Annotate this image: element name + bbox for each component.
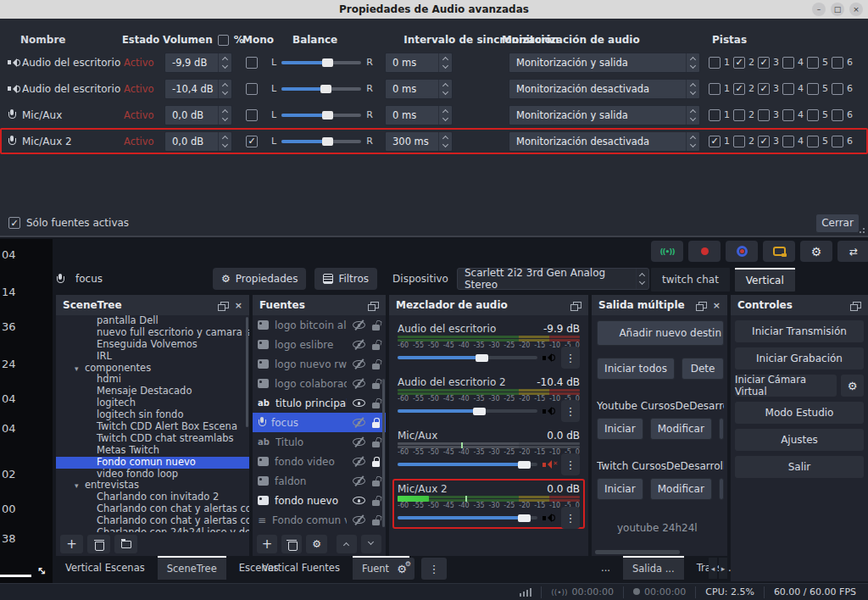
scene-item[interactable]: Twitch CDD Alert Box Escena [56,421,249,433]
virtualcam-start-button[interactable]: Iniciar Cámara Virtual [735,375,837,397]
close-icon[interactable]: × [235,301,242,310]
track-checkbox[interactable] [807,57,819,69]
hidden-eye-icon[interactable] [353,341,365,348]
track-checkbox[interactable]: ✓ [709,136,721,147]
close-icon[interactable]: × [713,301,721,310]
source-item[interactable]: logo nuevo rw [253,354,386,374]
lock-closed-icon[interactable] [372,418,381,428]
tab-vertical-fuentes[interactable]: Vertical Fuentes [253,556,349,580]
advanced-audio-button[interactable]: ⚙⚙ [389,558,415,580]
track-checkbox[interactable]: ✓ [733,83,745,95]
spin-arrows-icon[interactable] [218,53,231,72]
source-item[interactable]: fondo nuevo [253,491,386,510]
lock-open-icon[interactable] [372,359,381,369]
hidden-eye-icon[interactable] [353,458,365,465]
controls-button-iniciar-transmisi-n[interactable]: Iniciar Transmisión [735,320,864,342]
spin-arrows-icon[interactable] [438,132,452,151]
minimize-button[interactable]: – [812,3,826,16]
hidden-eye-icon[interactable] [353,477,365,485]
spin-arrows-icon[interactable] [438,53,452,72]
volume-spinbox[interactable]: -10,4 dB [164,79,232,99]
track-checkbox[interactable] [832,136,843,147]
controls-button-ajustes[interactable]: Ajustes [735,429,864,451]
scene-item[interactable]: hdmi [56,374,249,386]
monitoring-dropdown[interactable]: Monitorización y salida [509,53,700,73]
tab-scroll-right-button[interactable]: ▸ [719,558,727,579]
track-checkbox[interactable] [807,136,819,147]
destination-extra-button[interactable] [719,418,724,440]
track-checkbox[interactable] [807,83,819,95]
track-checkbox[interactable] [709,109,721,121]
caret-down-icon[interactable]: ▾ [75,481,85,492]
scene-item[interactable]: Fondo comun nuevo [56,457,249,469]
tab-vertical-escenas[interactable]: Vertical Escenas [56,556,154,580]
add-scene-button[interactable]: + [60,535,83,553]
track-checkbox[interactable]: ✓ [758,57,770,69]
broadcast-button[interactable]: ((•)) [651,241,683,262]
virtualcam-button[interactable] [726,241,758,262]
volume-slider-handle[interactable] [518,461,531,469]
spin-arrows-icon[interactable] [438,80,452,98]
track-checkbox[interactable]: ✓ [758,83,770,95]
track-checkbox[interactable] [733,136,745,147]
source-item[interactable]: abtitulo principal [253,393,386,413]
move-source-up-button[interactable] [337,535,357,553]
add-destination-button[interactable]: Añadir nuevo destin [597,320,724,346]
monitoring-dropdown[interactable]: Monitorización y salida [509,105,700,125]
track-checkbox[interactable] [807,109,819,121]
spin-arrows-icon[interactable] [218,132,231,151]
multi-output-titlebar[interactable]: Salida múltiple × [592,295,727,315]
filters-button[interactable]: Filtros [314,268,377,290]
lock-open-icon[interactable] [372,379,381,389]
visible-eye-icon[interactable] [353,497,365,504]
controls-button-salir[interactable]: Salir [735,456,864,478]
popout-icon[interactable] [370,302,379,308]
balance-slider[interactable]: LR [271,136,373,147]
settings-button[interactable]: ⚙ [800,241,832,262]
only-active-sources-checkbox[interactable]: ✓ [8,217,20,229]
hidden-eye-icon[interactable] [353,438,365,446]
hidden-eye-icon[interactable] [353,516,365,524]
source-item[interactable]: fondo video [253,452,386,471]
volume-slider-handle[interactable] [518,514,531,522]
sources-panel-titlebar[interactable]: Fuentes [253,295,386,315]
track-checkbox[interactable] [709,83,721,95]
scene-item[interactable]: Charlando con 24h24l jose y des... [56,527,249,532]
scrollbar[interactable] [246,317,248,427]
dialog-titlebar[interactable]: Propiedades de Audio avanzadas – □ × [0,0,868,19]
scene-item[interactable]: IRL [56,351,249,363]
hidden-eye-icon[interactable] [353,360,365,368]
destination-modify-button[interactable]: Modificar [650,478,712,500]
volume-slider-handle[interactable] [476,354,488,362]
source-item[interactable]: abTitulo [253,432,386,452]
lock-open-icon[interactable] [372,340,381,350]
track-checkbox[interactable] [709,57,721,69]
virtualcam-config-button[interactable]: ⚙ [841,375,864,397]
channel-menu-button[interactable]: ⋮ [561,347,580,369]
properties-button[interactable]: ⚙ Propiedades [213,268,306,290]
scene-folder-button[interactable] [114,535,137,553]
track-checkbox[interactable]: ✓ [758,136,770,147]
scenetree-panel-titlebar[interactable]: SceneTree × [56,295,249,315]
controls-button-modo-estudio[interactable]: Modo Estudio [735,402,864,424]
scene-item[interactable]: pantalla Dell [56,315,249,327]
volume-percent-checkbox[interactable] [218,35,229,46]
lock-open-icon[interactable] [372,320,381,331]
track-checkbox[interactable]: ✓ [733,57,745,69]
source-item[interactable]: logo colaborado [253,374,386,393]
source-item[interactable]: logo bitcoin al d [253,315,386,335]
balance-handle[interactable] [320,85,331,93]
source-properties-button[interactable]: ⚙ [306,535,326,553]
volume-slider[interactable] [398,403,537,419]
stop-all-button[interactable]: Dete [682,358,724,380]
dropdown-arrows-icon[interactable] [686,53,699,72]
channel-menu-button[interactable]: ⋮ [561,507,580,529]
balance-slider[interactable]: LR [271,83,373,94]
popout-icon[interactable] [853,302,861,308]
spin-arrows-icon[interactable] [438,106,452,125]
lock-open-icon[interactable] [372,496,381,506]
record-button[interactable] [688,241,721,262]
add-source-button[interactable]: + [257,535,277,553]
balance-handle[interactable] [322,58,333,67]
popout-icon[interactable] [220,302,229,308]
